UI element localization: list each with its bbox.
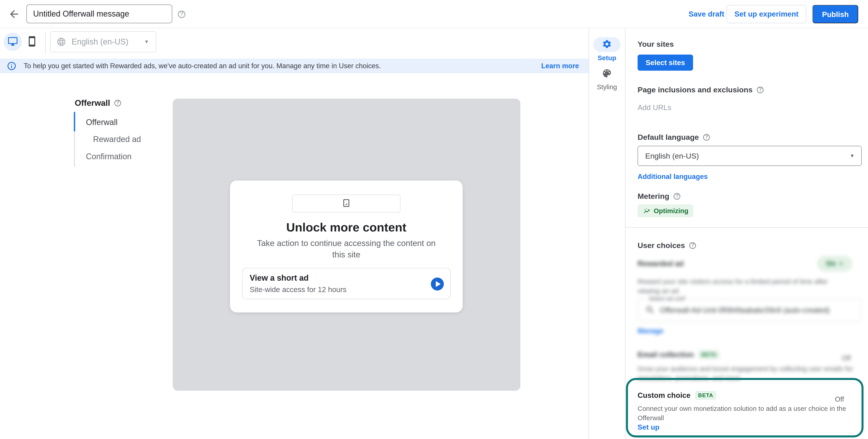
default-language-label: Default language — [638, 133, 699, 142]
publish-button[interactable]: Publish — [812, 5, 858, 23]
tab-styling[interactable] — [601, 68, 612, 79]
back-button[interactable] — [8, 8, 20, 20]
nav-item-confirmation[interactable]: Confirmation — [86, 152, 131, 161]
play-icon — [436, 281, 441, 287]
page-rules-label: Page inclusions and exclusions — [638, 86, 752, 94]
default-language-heading: Default language — [638, 133, 711, 142]
set-up-experiment-button[interactable]: Set up experiment — [726, 5, 806, 23]
email-collection-label: Email collection — [638, 350, 694, 359]
offer-subtitle: Site-wide access for 12 hours — [250, 285, 346, 294]
banner-text: To help you get started with Rewarded ad… — [24, 62, 381, 70]
ad-unit-value: Offerwall-Ad-Unit-0f0849aababc59c6 (auto… — [660, 306, 830, 314]
nav-heading-label: Offerwall — [75, 98, 110, 108]
offer-title: View a short ad — [250, 273, 309, 283]
custom-choice-label: Custom choice — [638, 391, 691, 400]
nav-heading: Offerwall — [75, 98, 122, 108]
preview-title: Unlock more content — [230, 220, 463, 234]
logo-placeholder[interactable] — [292, 194, 400, 213]
email-collection-title: Email collection BETA — [638, 350, 720, 359]
user-choices-divider — [625, 227, 868, 228]
nav-item-rewarded-ad[interactable]: Rewarded ad — [93, 135, 141, 144]
tab-setup[interactable] — [593, 37, 621, 52]
rewarded-ad-description: Reward your site visitors access for a l… — [638, 277, 839, 296]
title-help-icon[interactable] — [177, 10, 186, 19]
default-language-help-icon[interactable] — [703, 133, 711, 142]
beta-badge: BETA — [698, 350, 720, 359]
metering-help-icon[interactable] — [673, 192, 681, 200]
page-rules-help-icon[interactable] — [756, 86, 764, 94]
email-collection-state: Off — [842, 354, 851, 362]
user-choices-label: User choices — [638, 241, 685, 250]
nav-item-offerwall[interactable]: Offerwall — [86, 118, 118, 127]
globe-icon — [56, 37, 66, 47]
metering-status-text: Optimizing — [654, 207, 688, 215]
offerwall-editor-screen: Save draft Set up experiment Publish Eng… — [0, 0, 868, 439]
preview-language-select[interactable]: English (en-US) ▼ — [50, 31, 156, 52]
canvas-panel-divider — [589, 28, 589, 439]
play-button[interactable] — [431, 278, 444, 290]
message-title-input[interactable] — [26, 4, 172, 23]
your-sites-heading: Your sites — [638, 40, 674, 49]
device-desktop-toggle[interactable] — [4, 33, 22, 51]
chevron-down-icon: ▼ — [839, 261, 843, 266]
toolbar-divider — [45, 33, 45, 55]
tab-styling-label: Styling — [593, 83, 621, 91]
chevron-down-icon: ▼ — [144, 39, 149, 45]
custom-choice-state: Off — [835, 396, 844, 403]
default-language-select[interactable]: English (en-US) ▼ — [638, 146, 862, 166]
save-draft-button[interactable]: Save draft — [683, 5, 730, 23]
ad-unit-field-label: Select ad unit* — [647, 295, 689, 302]
device-mobile-toggle[interactable] — [26, 36, 38, 48]
rewarded-ad-option[interactable]: View a short ad Site-wide access for 12 … — [242, 268, 451, 299]
metering-label: Metering — [638, 192, 669, 200]
rewarded-ad-toggle[interactable]: On ▼ — [817, 256, 852, 272]
user-choices-heading: User choices — [638, 241, 696, 250]
optimizing-icon — [643, 207, 651, 215]
rewarded-ad-title: Rewarded ad — [638, 259, 683, 268]
learn-more-link[interactable]: Learn more — [541, 62, 579, 70]
rail-panel-divider — [625, 28, 625, 439]
additional-languages-link[interactable]: Additional languages — [638, 173, 708, 181]
desktop-icon — [8, 36, 18, 48]
rewarded-ad-toggle-state: On — [826, 260, 836, 268]
info-banner: To help you get started with Rewarded ad… — [0, 59, 589, 73]
your-sites-label: Your sites — [638, 40, 674, 49]
manage-link[interactable]: Manage — [638, 327, 663, 335]
default-language-value: English (en-US) — [645, 152, 699, 160]
custom-choice-title: Custom choice BETA — [638, 391, 716, 400]
tab-setup-label: Setup — [593, 54, 621, 62]
page-rules-heading: Page inclusions and exclusions — [638, 86, 764, 94]
gear-icon — [602, 39, 612, 50]
beta-badge: BETA — [695, 391, 717, 400]
preview-language-value: English (en-US) — [71, 37, 128, 46]
image-icon — [341, 198, 351, 209]
chevron-down-icon: ▼ — [850, 153, 855, 159]
select-sites-button[interactable]: Select sites — [638, 55, 693, 71]
info-icon — [7, 61, 17, 71]
topbar: Save draft Set up experiment Publish — [0, 0, 868, 28]
custom-choice-set-up-link[interactable]: Set up — [638, 423, 659, 431]
metering-heading: Metering — [638, 192, 681, 200]
add-urls-input[interactable]: Add URLs — [638, 103, 671, 112]
nav-rail-active-indicator — [74, 112, 75, 131]
user-choices-help-icon[interactable] — [689, 242, 696, 250]
custom-choice-description: Connect your own monetization solution t… — [638, 404, 852, 423]
offerwall-help-icon[interactable] — [114, 99, 122, 107]
preview-subtitle: Take action to continue accessing the co… — [250, 238, 442, 260]
metering-status-badge: Optimizing — [638, 205, 693, 217]
search-icon — [645, 305, 655, 315]
